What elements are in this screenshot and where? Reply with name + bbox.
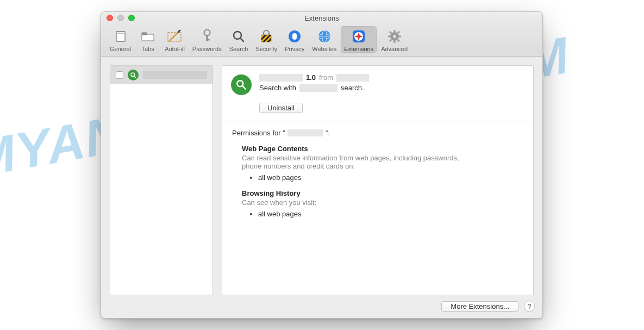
desc-prefix: Search with xyxy=(259,84,296,92)
tab-general[interactable]: General xyxy=(107,26,134,53)
extension-name-redacted xyxy=(259,74,303,82)
tab-label: Privacy xyxy=(285,46,304,52)
permission-block: Web Page Contents Can read sensitive inf… xyxy=(242,145,523,182)
svg-point-24 xyxy=(393,35,396,38)
websites-icon xyxy=(316,28,333,45)
extension-version: 1.0 xyxy=(306,73,316,82)
tab-tabs[interactable]: Tabs xyxy=(135,26,160,53)
extension-title-line: 1.0 from xyxy=(259,73,524,82)
svg-line-31 xyxy=(390,40,391,41)
svg-rect-11 xyxy=(261,35,271,42)
permissions-title: Permissions for " ": xyxy=(232,129,523,137)
tab-label: Websites xyxy=(312,46,336,52)
tab-websites[interactable]: Websites xyxy=(309,26,340,53)
autofill-icon xyxy=(166,28,183,45)
desc-suffix: search. xyxy=(341,84,364,92)
extension-detail-panel: 1.0 from Search with search. Uninstall xyxy=(222,65,534,295)
tab-advanced[interactable]: Advanced xyxy=(378,26,411,53)
tab-label: AutoFill xyxy=(165,46,185,52)
tab-label: Search xyxy=(229,46,248,52)
extension-icon-large xyxy=(231,74,252,95)
svg-line-32 xyxy=(398,32,399,33)
passwords-icon xyxy=(198,28,216,45)
tab-extensions[interactable]: Extensions xyxy=(341,26,377,53)
preferences-window: Extensions General Tabs AutoFill Passwor… xyxy=(101,11,543,319)
tab-passwords[interactable]: Passwords xyxy=(189,26,225,53)
extension-list-item[interactable] xyxy=(110,66,212,84)
extensions-list xyxy=(110,65,213,295)
general-icon xyxy=(112,28,129,45)
tab-label: Passwords xyxy=(192,46,222,52)
permission-block: Browsing History Can see when you visit:… xyxy=(242,189,523,218)
svg-rect-2 xyxy=(142,34,154,41)
tab-label: General xyxy=(110,46,131,52)
permission-body: Can see when you visit: xyxy=(242,198,476,207)
permission-body: Can read sensitive information from web … xyxy=(242,154,476,170)
tab-label: Extensions xyxy=(344,46,373,52)
tab-privacy[interactable]: Privacy xyxy=(282,26,308,53)
toolbar: General Tabs AutoFill Passwords Search xyxy=(101,24,542,57)
extension-enable-checkbox[interactable] xyxy=(116,71,123,79)
uninstall-button[interactable]: Uninstall xyxy=(259,103,303,113)
permission-heading: Web Page Contents xyxy=(242,145,523,153)
permissions-name-redacted xyxy=(287,129,323,136)
tabs-icon xyxy=(139,28,157,45)
permissions-title-prefix: Permissions for " xyxy=(232,129,285,137)
tab-label: Security xyxy=(255,46,277,52)
extensions-icon xyxy=(350,28,367,45)
permissions-title-suffix: ": xyxy=(326,129,330,137)
permission-bullet: all web pages xyxy=(258,173,523,182)
svg-point-5 xyxy=(204,30,210,36)
detail-header: 1.0 from Search with search. xyxy=(222,66,533,103)
svg-rect-15 xyxy=(292,33,297,40)
svg-line-30 xyxy=(398,40,399,41)
svg-line-34 xyxy=(134,76,135,77)
svg-line-9 xyxy=(240,38,243,41)
titlebar: Extensions xyxy=(101,12,542,24)
svg-line-36 xyxy=(242,86,246,89)
tab-autofill[interactable]: AutoFill xyxy=(161,26,188,53)
content-area: 1.0 from Search with search. Uninstall xyxy=(101,57,542,295)
tab-label: Advanced xyxy=(381,46,408,52)
uninstall-row: Uninstall xyxy=(222,103,533,121)
extension-description: Search with search. xyxy=(259,84,524,92)
svg-rect-3 xyxy=(142,33,147,35)
permission-bullet: all web pages xyxy=(258,210,523,218)
extension-author-redacted xyxy=(336,74,369,82)
svg-rect-7 xyxy=(206,39,209,41)
more-extensions-button[interactable]: More Extensions... xyxy=(441,301,518,312)
svg-rect-1 xyxy=(117,33,124,34)
footer: More Extensions... ? xyxy=(101,295,542,318)
extension-name-redacted xyxy=(143,71,207,79)
help-button[interactable]: ? xyxy=(524,301,535,312)
tab-label: Tabs xyxy=(142,46,154,52)
extension-icon xyxy=(128,70,139,80)
tab-search[interactable]: Search xyxy=(226,26,252,53)
svg-line-29 xyxy=(390,32,391,33)
from-label: from xyxy=(319,73,333,82)
security-icon xyxy=(258,28,275,45)
privacy-icon xyxy=(286,28,303,45)
advanced-icon xyxy=(386,28,403,45)
extension-provider-redacted xyxy=(299,84,337,92)
permissions-section: Permissions for " ": Web Page Contents C… xyxy=(222,121,533,226)
permission-heading: Browsing History xyxy=(242,189,523,197)
window-title: Extensions xyxy=(101,14,542,22)
search-icon xyxy=(230,28,247,45)
tab-security[interactable]: Security xyxy=(252,26,280,53)
